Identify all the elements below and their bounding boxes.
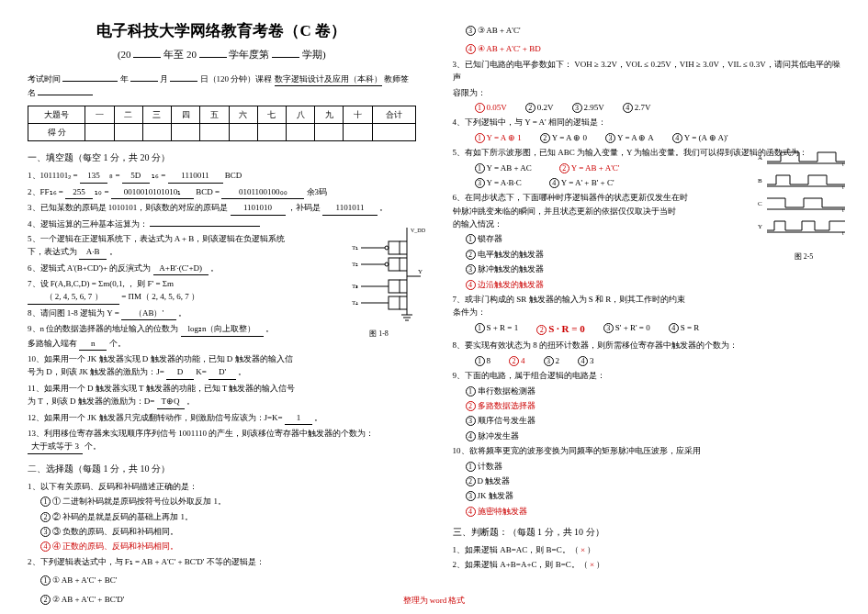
meta-day: 日（120 分钟）课程 (200, 74, 273, 84)
opt-1: 1Y = AB + AC (475, 162, 532, 174)
q6-ans: A+B'·(C'+D) (153, 262, 209, 275)
q2-2: 2、下列逻辑表达式中，与 F₁ = AB + A'C' + BC'D' 不等的逻… (28, 555, 416, 568)
svg-text:T₃: T₃ (352, 283, 358, 290)
num-1-icon: 1 (40, 575, 51, 586)
opt-text: 0.05V (487, 103, 507, 112)
q2-ans-f: 0101100100₀₀ (221, 185, 304, 199)
opt-text: 脉冲发生器 (478, 431, 519, 441)
q8-ans: （AB）' (121, 307, 176, 320)
col-9: 九 (315, 106, 344, 123)
score-cell (344, 123, 372, 140)
q3-ans-d: 1101011 (322, 201, 378, 215)
num-1-icon: 1 (475, 103, 485, 113)
q2-text-e: BCD = (196, 187, 220, 196)
q13-ans: 大于或等于 3 (28, 440, 83, 453)
row2-label: 得 分 (28, 123, 85, 140)
num-1-icon: 1 (475, 133, 485, 143)
q13-text-a: 13、利用移位寄存器来实现顺序序列信号 1001110 的产生，则该移位寄存器中… (28, 429, 374, 438)
opt-text: 电平触发的触发器 (478, 250, 544, 259)
score-cell (114, 123, 142, 140)
q3-ans-b: 1101010 (231, 201, 286, 215)
num-1-icon: 1 (466, 462, 476, 472)
q9-text-a: 9、n 位的数据选择器的地址输入的位数为 (28, 324, 178, 333)
q3-text-a: 3、已知某数的原码是 1010101，则该数的对应的原码是 (28, 203, 228, 212)
opt-2: 2Y = A ⊕ 0 (540, 131, 587, 144)
q2-4: 4、下列逻辑中，与 Y = A' 相同的逻辑是： (453, 116, 841, 128)
col-7: 七 (257, 106, 286, 123)
q6-text-a: 6、逻辑式 A'(B+CD')+ 的反演式为 (28, 263, 151, 273)
q2-ans-b: 255 (65, 185, 93, 199)
q6-b: 钟脉冲跳变来临的瞬间，并且状态更新的依据仅仅取决于当时 (453, 207, 676, 216)
score-value-row: 得 分 (28, 123, 416, 140)
q3-text-c: ，补码是 (287, 203, 321, 212)
row1-label: 大题号 (28, 106, 85, 123)
num-1-icon: 1 (466, 386, 476, 396)
q1-text-a: 1、1011101₂ = (28, 171, 78, 180)
q5-text-a: 5、一个逻辑在正逻辑系统下，表达式为 A + B，则该逻辑在负逻辑系统 (28, 234, 285, 243)
num-4-icon: 4 (623, 103, 633, 113)
num-2-icon: 2 (525, 103, 535, 113)
opt-1: 18 (475, 354, 491, 367)
opt-text: ④ 正数的原码、反码和补码相同。 (52, 541, 178, 551)
num-1-icon: 1 (466, 234, 476, 244)
q7-text-f: = ΠM（ 2, 4, 5, 6, 7 ） (121, 292, 199, 301)
q2-1-o4: 4④ 正数的原码、反码和补码相同。 (28, 540, 416, 553)
sec2-head: 二、选择题（每题 1 分，共 10 分） (28, 462, 416, 476)
q10-text-f: 。 (238, 367, 246, 376)
col-10: 十 (344, 106, 372, 123)
q3-2-text: 2、如果逻辑 A+B=A+C，则 B=C。（ (453, 560, 588, 569)
q4-blank (150, 226, 260, 227)
q1-ans-b: 135 (80, 169, 107, 183)
svg-text:t: t (842, 230, 844, 236)
q10-text-d: K= (196, 367, 207, 376)
opt-text: Y = A ⊕ 1 (487, 133, 522, 142)
q10-text-b: 号为 D，则该 JK 触发器的激励为：J= (28, 367, 164, 376)
q1-12: 12、如果用一个 JK 触发器只完成翻转动作，则激励信号应该为：J=K= 1 。 (28, 411, 416, 425)
opt-text: ③ 负数的原码、反码和补码相同。 (52, 527, 178, 536)
num-4-icon: 4 (466, 507, 476, 517)
blank-month (130, 81, 158, 82)
score-cell (372, 123, 415, 140)
q8-text-c: 。 (178, 308, 186, 318)
num-4-icon: 4 (466, 44, 476, 54)
q3-1: 1、如果逻辑 AB=AC，则 B=C。（ × ） (453, 543, 841, 556)
q3-2: 2、如果逻辑 A+B=A+C，则 B=C。（ × ） (453, 558, 841, 571)
opt-text: S · R = 0 (548, 323, 585, 334)
q2-2-o4: 4④ AB + A'C' + BD (453, 42, 841, 55)
num-2-icon: 2 (466, 250, 476, 260)
score-cell (200, 123, 229, 140)
q11-text-b: 为 T，则该 D 触发器的激励为：D= (28, 396, 154, 406)
num-3-icon: 3 (466, 26, 476, 36)
num-1-icon: 1 (475, 356, 485, 366)
col-4: 四 (172, 106, 200, 123)
num-2-icon: 2 (559, 163, 569, 173)
q2-8: 8、要实现有效状态为 8 的扭环计数器，则所需移位寄存器中触发器的个数为： (453, 339, 841, 352)
q10-ans-e: D' (209, 365, 236, 379)
num-4-icon: 4 (466, 280, 476, 290)
num-3-icon: 3 (475, 178, 485, 188)
q2-10: 10、欲将频率更宽的波形变换为同频率的矩形脉冲电压波形，应采用 (453, 444, 841, 457)
q8-text-a: 8、请问图 1-8 逻辑为 Y = (28, 308, 119, 318)
sub-b: 年至 20 (163, 49, 197, 60)
opt-text: 脉冲触发的触发器 (478, 264, 544, 274)
svg-text:t: t (842, 207, 844, 213)
q2-4-opts: 1Y = A ⊕ 1 2Y = A ⊕ 0 3Y = A ⊕ A 4Y = (A… (453, 131, 841, 144)
svg-rect-2 (389, 241, 400, 254)
q2-5-opts: 1Y = AB + AC 2Y = AB + A'C' 3Y = A·B·C 4… (453, 162, 673, 190)
q9-text-f: 个。 (109, 339, 126, 348)
col-total: 合计 (372, 106, 415, 123)
waveform-icon: A t B t C t Y (758, 146, 850, 251)
q11-ans: T⊕Q (157, 395, 185, 408)
opt-text: ① AB + A'C' + BC' (52, 575, 117, 585)
num-4-icon: 4 (549, 178, 559, 188)
q7-text-a: 7、设 (28, 279, 49, 288)
opt-text: Y = AB + AC (487, 163, 532, 173)
q2-10-o1: 1计数器 (453, 460, 841, 473)
opt-text: S = R (681, 323, 700, 332)
blank-year1 (133, 57, 161, 58)
q2-6-o3: 3脉冲触发的触发器 (453, 262, 841, 275)
svg-rect-15 (389, 280, 400, 293)
num-2-icon: 2 (540, 133, 550, 143)
q1-1: 1、1011101₂ = 135 ₈ = 5D ₁₆ = 1110011 BCD (28, 169, 416, 183)
opt-text: 2 (556, 356, 560, 365)
